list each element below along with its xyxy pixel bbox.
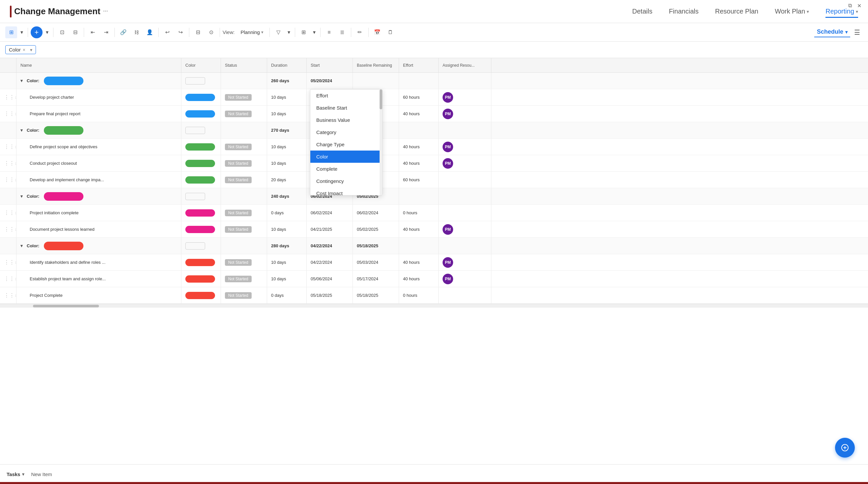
- horizontal-scrollbar[interactable]: [0, 304, 868, 308]
- add-button[interactable]: +: [31, 26, 42, 38]
- calendar-button[interactable]: 📅: [371, 26, 383, 38]
- filter-tag-close[interactable]: ×: [23, 47, 25, 53]
- drag-handle-icon[interactable]: ⋮⋮: [4, 144, 14, 150]
- drag-handle-icon[interactable]: ⋮⋮: [4, 259, 14, 265]
- cell-effort-4-1: 40 hours: [399, 254, 439, 271]
- cell-drag-row: ⋮⋮ □: [0, 89, 17, 105]
- cell-start-3-2: 04/21/2025: [307, 221, 353, 237]
- color-pill-4-3: [185, 292, 215, 299]
- hamburger-menu-button[interactable]: ☰: [851, 27, 863, 38]
- close-button[interactable]: ✕: [857, 3, 861, 9]
- cell-duration-2-2: 10 days: [267, 155, 307, 171]
- cell-color-4-3: [181, 287, 221, 304]
- cell-color-2-3: [181, 172, 221, 188]
- color-filter-tag[interactable]: Color × ▾: [5, 45, 36, 54]
- cell-group-assigned-2: [439, 122, 491, 138]
- expand-icon-3[interactable]: ▾: [21, 194, 23, 199]
- outdent-button[interactable]: ⇤: [87, 26, 99, 38]
- nav-financials[interactable]: Financials: [669, 5, 699, 18]
- table-button[interactable]: ⊞: [298, 26, 310, 38]
- drag-handle-icon[interactable]: ⋮⋮: [4, 276, 14, 282]
- dropdown-item-baseline-start[interactable]: Baseline Start: [310, 102, 382, 114]
- indent-button[interactable]: ⇥: [100, 26, 112, 38]
- dropdown-item-color[interactable]: Color: [310, 150, 382, 163]
- schedule-button[interactable]: Schedule ▾: [814, 27, 850, 37]
- restore-button[interactable]: ⧉: [848, 3, 852, 9]
- cell-name-2-2: Conduct project closeout: [17, 155, 181, 171]
- drag-handle-icon[interactable]: ⋮⋮: [4, 94, 14, 101]
- app-brand: Change Management ···: [10, 6, 108, 18]
- dropdown-item-effort[interactable]: Effort: [310, 89, 382, 102]
- toolbar-separator-9: [295, 28, 295, 37]
- add-dropdown-button[interactable]: ▾: [44, 26, 51, 38]
- cell-assigned-1-1: PM: [439, 89, 491, 105]
- dropdown-item-category[interactable]: Category: [310, 126, 382, 138]
- view-select[interactable]: Planning ▾: [237, 28, 267, 36]
- add-row-button[interactable]: ⊡: [56, 26, 68, 38]
- expand-icon-2[interactable]: ▾: [21, 128, 23, 133]
- filter-dropdown-button[interactable]: ▾: [286, 26, 292, 38]
- avatar-4-2: PM: [442, 274, 453, 284]
- drag-handle-icon[interactable]: ⋮⋮: [4, 210, 14, 216]
- avatar-1-1: PM: [442, 92, 453, 103]
- drag-handle-icon[interactable]: ⋮⋮: [4, 177, 14, 183]
- col-header-duration: Duration: [267, 58, 307, 72]
- clock-button[interactable]: ⊙: [205, 26, 217, 38]
- h-scrollbar-thumb[interactable]: [33, 305, 99, 307]
- dropdown-item-complete[interactable]: Complete: [310, 163, 382, 175]
- table-dropdown-button[interactable]: ▾: [311, 26, 318, 38]
- undo-button[interactable]: ↩: [161, 26, 173, 38]
- pencil-button[interactable]: ✏: [354, 26, 366, 38]
- grid-dropdown-button[interactable]: ▾: [19, 26, 25, 38]
- new-item-button[interactable]: New Item: [28, 470, 54, 478]
- split-button[interactable]: ⊟: [192, 26, 204, 38]
- redo-button[interactable]: ↪: [175, 26, 186, 38]
- outline-button[interactable]: ≣: [336, 26, 348, 38]
- nav-resource-plan[interactable]: Resource Plan: [715, 5, 758, 18]
- fab-button[interactable]: [835, 438, 855, 458]
- cell-color-4-2: [181, 271, 221, 287]
- cell-drag-row: ⋮⋮ □: [0, 139, 17, 155]
- cell-duration-1-1: 10 days: [267, 89, 307, 105]
- table-row: ⋮⋮ □ Prepare final project report Not St…: [0, 106, 868, 122]
- assign-person-button[interactable]: 👤: [144, 26, 156, 38]
- cell-group-status-2: [221, 122, 267, 138]
- cell-group-duration-4: 280 days: [267, 238, 307, 254]
- expand-icon-4[interactable]: ▾: [21, 243, 23, 248]
- unlink-button[interactable]: ⛓: [131, 26, 143, 38]
- title-dots: ···: [103, 8, 108, 15]
- drag-handle-icon[interactable]: ⋮⋮: [4, 160, 14, 166]
- color-box-4: [185, 242, 205, 250]
- dropdown-item-contingency[interactable]: Contingency: [310, 175, 382, 187]
- dropdown-item-business-value[interactable]: Business Value: [310, 114, 382, 126]
- cell-group-status-1: [221, 73, 267, 89]
- cell-name-3-1: Project initiation complete: [17, 205, 181, 221]
- nav-details[interactable]: Details: [632, 5, 652, 18]
- calculator-button[interactable]: 🗒: [384, 26, 396, 38]
- remove-row-button[interactable]: ⊟: [69, 26, 81, 38]
- link-button[interactable]: 🔗: [117, 26, 129, 38]
- dropdown-item-charge-type[interactable]: Charge Type: [310, 138, 382, 150]
- cell-assigned-2-1: PM: [439, 139, 491, 155]
- column-filter-area: Color × ▾: [0, 41, 868, 58]
- nav-work-plan[interactable]: Work Plan ▾: [775, 5, 809, 18]
- filter-button[interactable]: ▽: [272, 26, 284, 38]
- color-pill-4-2: [185, 275, 215, 283]
- toolbar-separator-5: [158, 28, 159, 37]
- cell-baseline-4-3: 05/18/2025: [353, 287, 399, 304]
- cell-group-assigned-4: [439, 238, 491, 254]
- dropdown-scrollbar-thumb[interactable]: [380, 89, 382, 109]
- expand-icon-1[interactable]: ▾: [21, 78, 23, 83]
- drag-handle-icon[interactable]: ⋮⋮: [4, 292, 14, 298]
- cell-group-color-3: [181, 188, 221, 204]
- bottom-accent-bar: [0, 482, 868, 484]
- cell-group-baseline-1: [353, 73, 399, 89]
- align-left-button[interactable]: ≡: [323, 26, 335, 38]
- drag-handle-icon[interactable]: ⋮⋮: [4, 226, 14, 232]
- tasks-button[interactable]: Tasks ▾: [7, 472, 24, 477]
- grid-view-button[interactable]: ⊞: [5, 26, 17, 38]
- cell-group-effort-2: [399, 122, 439, 138]
- dropdown-item-cost-impact[interactable]: Cost Impact: [310, 187, 382, 195]
- drag-handle-icon[interactable]: ⋮⋮: [4, 111, 14, 117]
- cell-effort-4-2: 40 hours: [399, 271, 439, 287]
